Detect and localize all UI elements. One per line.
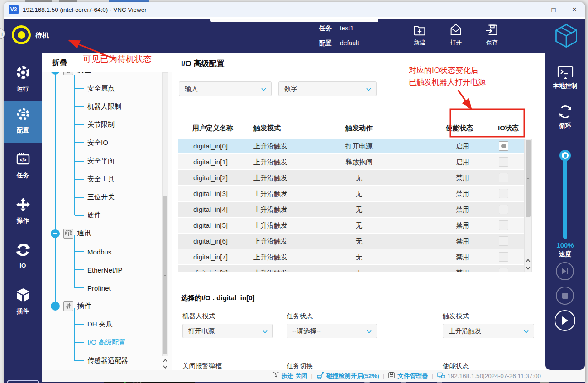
terminal-icon <box>556 74 574 81</box>
tree-item-通讯[interactable]: 通讯 <box>51 227 91 240</box>
task-state-select[interactable]: --请选择-- <box>287 324 377 338</box>
tree-item-EtherNet/IP[interactable]: EtherNet/IP <box>75 263 123 277</box>
open-button[interactable]: 打开 <box>444 23 468 47</box>
io-table-row[interactable]: digital_in[3]上升沿触发无禁用 <box>178 186 524 202</box>
tree-scrollbar[interactable] <box>162 72 168 356</box>
tree-item-安全IO[interactable]: 安全IO <box>75 136 108 149</box>
io-trigger-action: 释放抱闸 <box>314 158 404 167</box>
io-table-row[interactable]: digital_in[8]上升沿触发无禁用 <box>178 265 524 272</box>
io-state-indicator[interactable] <box>499 141 508 151</box>
io-table-row[interactable]: digital_in[0]上升沿触发打开电源启用 <box>178 139 524 154</box>
table-scrollbar[interactable] <box>524 139 532 272</box>
sidebar-item-plugin[interactable]: 插件 <box>4 282 42 324</box>
sidebar-item-label: 操作 <box>4 217 42 225</box>
tree-item-安全原点[interactable]: 安全原点 <box>75 81 115 95</box>
file-manager-button[interactable]: 文件管理器 <box>388 372 428 380</box>
io-state-indicator[interactable] <box>499 173 508 182</box>
io-state-indicator[interactable] <box>499 220 508 230</box>
tree-item-Modbus[interactable]: Modbus <box>75 245 111 259</box>
close-button[interactable]: × <box>564 2 585 17</box>
speed-slider-knob[interactable] <box>559 150 571 161</box>
speed-slider-track[interactable] <box>563 156 567 239</box>
collapse-button[interactable]: 折叠 <box>52 57 67 68</box>
io-state-indicator[interactable] <box>499 157 508 167</box>
tree-item-Profinet[interactable]: Profinet <box>75 281 111 295</box>
collapse-minus-icon[interactable] <box>51 72 60 75</box>
tree-item-机器人限制[interactable]: 机器人限制 <box>75 100 121 113</box>
collapse-minus-icon[interactable] <box>51 302 60 311</box>
tree-item-传感器适配器[interactable]: 传感器适配器 <box>75 354 128 368</box>
new-button[interactable]: 新建 <box>408 23 431 47</box>
collision-detect-status[interactable]: 碰撞检测开启(52%) <box>316 372 379 381</box>
save-button[interactable]: 保存 <box>480 23 504 47</box>
sidebar-item-io[interactable]: IO <box>4 237 42 278</box>
io-state-indicator[interactable] <box>499 236 508 246</box>
io-table-row[interactable]: digital_in[6]上升沿触发无禁用 <box>178 234 524 249</box>
page-title: I/O 高级配置 <box>181 58 224 69</box>
tree-item-label: 插件 <box>77 302 91 311</box>
io-direction-select[interactable]: 输入 <box>179 81 272 96</box>
collapse-minus-icon[interactable] <box>51 229 60 238</box>
tree-connector <box>74 308 75 361</box>
vnc-toolbar-handle[interactable] <box>210 19 378 22</box>
tree-item-安全[interactable]: 安全 <box>51 72 91 77</box>
tree-connector <box>75 124 84 125</box>
io-table-row[interactable]: digital_in[7]上升沿触发无禁用 <box>178 249 524 265</box>
loop-button[interactable]: 循环 <box>545 104 585 130</box>
stop-button[interactable] <box>556 287 574 305</box>
trigger-mode-select[interactable]: 上升沿触发 <box>443 324 534 338</box>
io-name: digital_in[7] <box>193 253 228 261</box>
io-table-row[interactable]: digital_in[4]上升沿触发无禁用 <box>178 202 524 218</box>
tree-connector <box>75 269 84 270</box>
tree-item-安全平面[interactable]: 安全平面 <box>75 154 115 168</box>
play-button[interactable] <box>555 310 575 331</box>
desktop: + V2 192.168.1.50 (intel-corei7-64:0) - … <box>0 0 588 383</box>
tree-item-DH 夹爪[interactable]: DH 夹爪 <box>75 317 113 331</box>
io-trigger-mode: 上升沿触发 <box>253 221 287 230</box>
code-window-icon: </> <box>15 161 31 168</box>
tree-item-三位开关[interactable]: 三位开关 <box>75 191 115 204</box>
io-state-indicator[interactable] <box>499 252 508 262</box>
titlebar[interactable]: V2 192.168.1.50 (intel-corei7-64:0) - VN… <box>4 2 585 17</box>
stop-icon <box>562 292 569 299</box>
tree-item-I/O 高级配置[interactable]: I/O 高级配置 <box>75 336 125 349</box>
io-table-row[interactable]: digital_in[1]上升沿触发释放抱闸启用 <box>178 154 524 170</box>
local-control-button[interactable]: 本地控制 <box>545 65 585 90</box>
tree-item-安全工具[interactable]: 安全工具 <box>75 172 115 186</box>
dbd2-badge[interactable]: DBD2 <box>7 380 39 383</box>
step-icon <box>272 372 279 380</box>
sidebar-item-task[interactable]: </> 任务 <box>4 146 42 188</box>
plugin-icon <box>63 301 73 311</box>
io-name: digital_in[1] <box>193 158 228 166</box>
sidebar-item-config[interactable]: 配置 <box>4 101 42 143</box>
io-signal-type-select[interactable]: 数字 <box>278 81 377 96</box>
io-state-indicator[interactable] <box>499 189 508 198</box>
network-icon <box>437 372 445 380</box>
minimize-button[interactable]: — <box>522 2 543 17</box>
play-icon <box>561 316 569 325</box>
io-trigger-action: 无 <box>314 237 404 246</box>
scroll-down-icon[interactable] <box>525 265 531 271</box>
robot-mode-select[interactable]: 打开电源 <box>182 324 273 338</box>
io-table-row[interactable]: digital_in[5]上升沿触发无禁用 <box>178 218 524 234</box>
sidebar-item-operate[interactable]: 操作 <box>4 192 42 233</box>
sidebar-item-run[interactable]: 运行 <box>4 59 42 101</box>
svg-text:</>: </> <box>19 158 26 163</box>
tree-item-插件[interactable]: 插件 <box>51 299 91 313</box>
sidebar-item-label: 运行 <box>4 85 42 93</box>
io-table-row[interactable]: digital_in[2]上升沿触发无禁用 <box>178 170 524 186</box>
table-scrollbar-thumb[interactable] <box>526 140 531 217</box>
step-mode-status[interactable]: 步进 关闭 <box>272 372 307 380</box>
sidebar-item-label: 插件 <box>4 307 42 316</box>
tree-scrollbar-thumb[interactable] <box>163 196 167 354</box>
maximize-button[interactable]: □ <box>543 2 564 17</box>
scroll-down-icon[interactable] <box>162 364 168 370</box>
io-name: digital_in[0] <box>193 142 228 150</box>
tree-item-关节限制[interactable]: 关节限制 <box>75 118 115 131</box>
tree-item-硬件[interactable]: 硬件 <box>75 209 101 222</box>
io-state-indicator[interactable] <box>499 268 508 272</box>
io-state-indicator[interactable] <box>499 205 508 214</box>
scroll-up-icon[interactable] <box>162 357 168 364</box>
step-forward-button[interactable] <box>556 262 574 280</box>
scroll-up-icon[interactable] <box>525 258 531 264</box>
